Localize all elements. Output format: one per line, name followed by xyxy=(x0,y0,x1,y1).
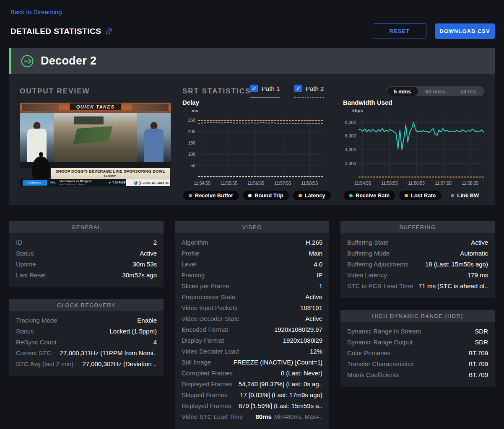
time-range-selector: 5 mins 60 mins 24 hrs xyxy=(386,86,484,96)
legend-link-bw[interactable]: Link BW xyxy=(445,191,484,200)
path1-label: Path 1 xyxy=(262,85,280,92)
svg-text:11:56:55: 11:56:55 xyxy=(247,181,264,186)
svg-text:11:54:55: 11:54:55 xyxy=(194,181,210,186)
path1-toggle[interactable]: Path 1 xyxy=(250,85,280,98)
stat-row-still-image: Still ImageFREEZE (INACTIVE) [Count=1] xyxy=(175,357,329,368)
delay-chart-block: Delay ms 5010015020025011:54:5511:55:551… xyxy=(179,99,328,200)
stat-row-level: Level4.0 xyxy=(175,259,329,270)
svg-text:50: 50 xyxy=(190,163,195,168)
stat-row-stc-avg: STC Avg (last 2 min)27,000,302Hz (Deviat… xyxy=(9,359,164,370)
stat-row-profile: ProfileMain xyxy=(175,248,329,259)
reset-button[interactable]: RESET xyxy=(373,23,426,39)
stat-row-tracking-mode: Tracking ModeEnable xyxy=(9,315,164,326)
commentator-right xyxy=(137,113,171,162)
stat-row-id: ID2 xyxy=(9,237,164,248)
general-panel: GENERAL ID2 StatusActive Uptime30m 53s L… xyxy=(9,221,164,287)
stat-row-buffering-adjustments: Buffering Adjustments18 (Last: 15m50s ag… xyxy=(340,259,495,270)
show-title: QUICK TAKES xyxy=(70,103,121,110)
decoder-header: Decoder 2 xyxy=(9,48,495,74)
svg-text:11:55:55: 11:55:55 xyxy=(381,181,398,186)
clock-recovery-panel: CLOCK RECOVERY Tracking ModeEnable Statu… xyxy=(9,299,164,376)
back-to-streaming-link[interactable]: Back to Streaming xyxy=(10,8,62,16)
tournament-logo-icon xyxy=(134,181,138,185)
ticker-promo: ❯ JUNE 14 - JULY 14 xyxy=(126,179,170,186)
stat-row-current-stc: Current STC27,000,311Hz (11PPM from Nomi… xyxy=(9,348,164,359)
video-thumbnail: QUICK TAKES SNOOP DOGG'S BEVERAGE LINE S… xyxy=(20,103,171,186)
header-actions: RESET DOWNLOAD CSV xyxy=(373,23,495,39)
svg-text:6,000: 6,000 xyxy=(345,133,356,138)
lower-third-banner: SNOOP DOGG'S BEVERAGE LINE SPONSORING BO… xyxy=(51,168,170,179)
stat-row-displayed-frames: Displayed Frames54,240 [98.37%] (Last: 0… xyxy=(175,379,329,390)
ticker-league: NHL xyxy=(50,181,56,184)
range-option-60mins[interactable]: 60 mins xyxy=(418,87,452,96)
stat-row-decoder-load: Video Decoder Load12% xyxy=(175,346,329,357)
srt-statistics-title: SRT STATISTICS xyxy=(182,87,251,96)
svg-text:150: 150 xyxy=(188,140,195,145)
video-panel: VIDEO AlgorithmH.265 ProfileMain Level4.… xyxy=(175,221,329,429)
delay-chart-canvas: 5010015020025011:54:5511:55:5511:56:5511… xyxy=(179,114,326,188)
bandwidth-chart-title: Bandwidth Used xyxy=(343,99,489,106)
video-panel-title: VIDEO xyxy=(175,221,329,233)
hdr-panel-title: HIGH DYNAMIC RANGE (HDR) xyxy=(340,310,495,322)
svg-text:11:57:55: 11:57:55 xyxy=(274,181,291,186)
stat-row-preprocessor: Preprocessor StateActive xyxy=(175,292,329,302)
stat-row-framing: FramingIP xyxy=(175,270,329,281)
range-option-5mins[interactable]: 5 mins xyxy=(387,87,418,96)
page-title: DETAILED STATISTICS xyxy=(10,27,101,36)
bandwidth-chart-canvas: 2,0004,0006,0008,00011:54:5511:55:5511:5… xyxy=(340,114,486,188)
svg-text:200: 200 xyxy=(188,129,195,134)
decoder-icon xyxy=(21,54,34,68)
range-option-24hrs[interactable]: 24 hrs xyxy=(453,87,483,96)
stat-row-buffering-mode: Buffering ModeAutomatic xyxy=(340,248,495,259)
svg-text:11:57:55: 11:57:55 xyxy=(435,181,452,186)
stat-row-video-latency: Video Latency179 ms xyxy=(340,270,495,281)
legend-receive-buffer[interactable]: Receive Buffer xyxy=(183,191,239,200)
decoder-name: Decoder 2 xyxy=(41,54,96,67)
stat-row-transfer-characteristics: Transfer CharacteristicsBT.709 xyxy=(340,359,495,370)
hdr-panel: HIGH DYNAMIC RANGE (HDR) Dynamic Range I… xyxy=(340,310,495,387)
buffering-panel-title: BUFFERING xyxy=(340,221,495,233)
bandwidth-chart-unit: kbps xyxy=(352,108,489,113)
stat-row-uptime: Uptime30m 53s xyxy=(9,259,164,270)
stat-row-clock-status: StatusLocked (1.5ppm) xyxy=(9,326,164,337)
download-csv-button[interactable]: DOWNLOAD CSV xyxy=(435,23,495,39)
stat-row-decoder-state: Video Decoder StateActive xyxy=(175,313,329,324)
path1-checkbox[interactable] xyxy=(250,85,258,92)
detailed-statistics-page: Back to Streaming DETAILED STATISTICS RE… xyxy=(0,0,504,429)
promo-arrow-icon: ❯ xyxy=(139,181,142,185)
open-in-new-window-icon[interactable] xyxy=(105,28,112,35)
sports-ticker: FANDUEL NHL Hurricanes vs Rangers East 2… xyxy=(20,179,171,186)
stat-row-replayed-frames: Replayed Frames879 [1.59%] (Last: 15m59s… xyxy=(175,401,329,411)
svg-text:250: 250 xyxy=(188,118,195,123)
ticker-matchup: Hurricanes vs Rangers xyxy=(60,180,91,183)
stat-row-buffering-state: Buffering StateActive xyxy=(340,237,495,248)
thumbnail-top-banner: QUICK TAKES xyxy=(20,103,171,113)
delay-chart-legend: Receive Buffer Round Trip Latency xyxy=(183,191,328,200)
legend-receive-rate[interactable]: Receive Rate xyxy=(344,191,395,200)
stat-row-last-reset: Last Reset30m52s ago xyxy=(9,270,164,281)
path2-checkbox[interactable] xyxy=(294,85,302,92)
legend-round-trip[interactable]: Round Trip xyxy=(243,191,289,200)
ticker-detail: East 2nd Round - Game 1 xyxy=(60,183,86,186)
statistics-overview-section: OUTPUT REVIEW QUICK TAKES SNOOP DOGG'S B… xyxy=(9,74,495,205)
title-row: DETAILED STATISTICS RESET DOWNLOAD CSV xyxy=(10,23,495,39)
svg-text:11:56:55: 11:56:55 xyxy=(408,181,425,186)
buffering-panel: BUFFERING Buffering StateActive Bufferin… xyxy=(340,221,495,298)
commentator-left xyxy=(20,113,54,162)
stat-row-slices: Slices per Frame1 xyxy=(175,281,329,292)
stat-row-encoded-format: Encoded Format1920x1080i29.97 xyxy=(175,324,329,335)
svg-text:11:58:55: 11:58:55 xyxy=(462,181,478,186)
svg-text:8,000: 8,000 xyxy=(345,120,356,125)
lower-third-headline: SNOOP DOGG'S BEVERAGE LINE SPONSORING BO… xyxy=(51,169,170,178)
stat-row-skipped-frames: Skipped Frames17 [0.03%] (Last: 17m9s ag… xyxy=(175,390,329,401)
ticker-time: 7:00 PM ET xyxy=(109,181,127,184)
stat-row-corrupted-frames: Corrupted Frames0 (Last: Never) xyxy=(175,368,329,379)
stat-row-matrix-coefficients: Matrix CoefficientsBT.709 xyxy=(340,370,495,380)
legend-latency[interactable]: Latency xyxy=(293,191,331,200)
path2-toggle[interactable]: Path 2 xyxy=(294,85,324,98)
svg-text:4,000: 4,000 xyxy=(345,147,356,152)
stadium-view xyxy=(54,113,137,162)
general-panel-title: GENERAL xyxy=(9,221,164,233)
legend-lost-rate[interactable]: Lost Rate xyxy=(399,191,441,200)
stat-row-stc-pcr-lead: STC to PCR Lead Time71 ms (STC is ahead … xyxy=(340,281,495,292)
